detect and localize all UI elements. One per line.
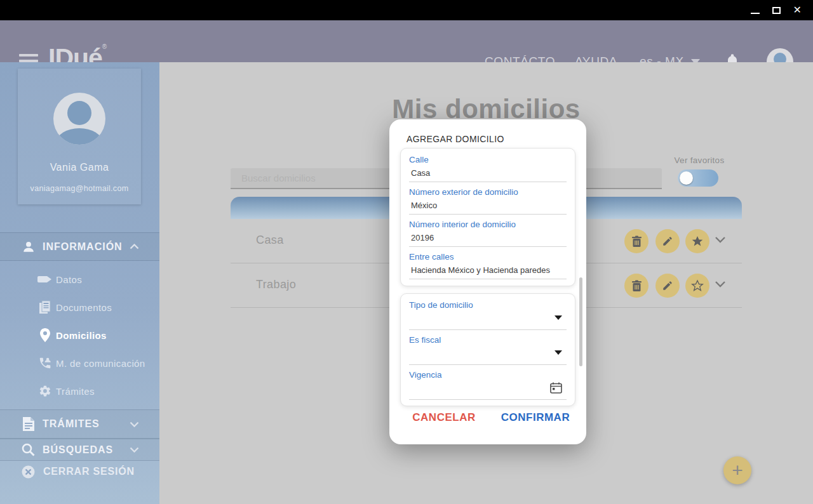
sidebar-item-documentos[interactable]: Documentos <box>0 293 159 321</box>
field-label: Es fiscal <box>409 330 567 345</box>
expand-row-chevron[interactable] <box>715 236 726 243</box>
modal-scrollbar[interactable] <box>579 277 582 366</box>
sidebar: Vania Gama vaniagamag@hotmail.com INFORM… <box>0 62 159 504</box>
profile-card: Vania Gama vaniagamag@hotmail.com <box>18 69 141 204</box>
item-label: Datos <box>56 274 82 285</box>
edit-button[interactable] <box>655 274 680 298</box>
sidebar-item-datos[interactable]: Datos <box>0 265 159 293</box>
field-numero-interior[interactable]: Número interior de domicilio 20196 <box>409 215 567 247</box>
expand-row-chevron[interactable] <box>715 281 726 288</box>
field-calle[interactable]: Calle Casa <box>409 150 567 182</box>
select-es-fiscal[interactable]: Es fiscal <box>409 330 567 365</box>
address-name: Casa <box>256 234 284 247</box>
maximize-icon[interactable] <box>772 7 781 14</box>
avatar-head <box>67 101 91 125</box>
sidebar-item-m-de-comunicacion[interactable]: M. de comunicación <box>0 349 159 377</box>
add-address-modal: AGREGAR DOMICILIO Calle Casa Número exte… <box>389 119 586 444</box>
sidebar-item-tramites[interactable]: Trámites <box>0 377 159 405</box>
os-title-bar: ✕ <box>0 0 813 20</box>
section-label: TRÁMITES <box>43 418 100 430</box>
id-card-icon <box>37 275 53 284</box>
item-label: Domicilios <box>56 330 107 341</box>
location-pin-icon <box>37 328 53 342</box>
modal-title: AGREGAR DOMICILIO <box>406 134 504 144</box>
registered-mark: ® <box>102 43 107 50</box>
cancel-button[interactable]: CANCELAR <box>405 411 483 424</box>
field-value[interactable]: Hacienda México y Hacienda paredes <box>411 265 567 275</box>
profile-name: Vania Gama <box>18 162 141 173</box>
field-entre-calles[interactable]: Entre calles Hacienda México y Hacienda … <box>409 247 567 279</box>
field-value[interactable]: Casa <box>411 168 567 178</box>
logout-icon <box>21 465 36 479</box>
logout-label: CERRAR SESIÓN <box>43 466 135 477</box>
dropdown-arrow-icon[interactable] <box>554 315 562 320</box>
app-window: ✕ IDué® DILIGENCE AUTHENTICATION CONTÁCT… <box>0 0 813 504</box>
modal-text-fields-card: Calle Casa Número exterior de domicilio … <box>400 148 575 286</box>
field-value[interactable]: México <box>411 201 567 210</box>
field-label: Entre calles <box>409 247 567 262</box>
gear-icon <box>37 385 53 397</box>
item-label: M. de comunicación <box>56 358 145 369</box>
field-label: Calle <box>409 150 567 164</box>
field-vigencia[interactable]: Vigencia <box>409 365 567 400</box>
sidebar-section-tramites[interactable]: TRÁMITES <box>0 409 159 439</box>
edit-button[interactable] <box>655 229 680 253</box>
field-value[interactable]: 20196 <box>411 233 567 242</box>
logout-button[interactable]: CERRAR SESIÓN <box>0 461 159 482</box>
toggle-knob <box>680 171 693 185</box>
add-address-fab[interactable]: + <box>723 456 751 484</box>
item-label: Documentos <box>56 302 112 313</box>
field-label: Tipo de domicilio <box>409 295 567 310</box>
profile-avatar <box>53 93 105 145</box>
favorite-star-button[interactable] <box>685 274 709 298</box>
field-label: Número exterior de domicilio <box>409 182 567 197</box>
search-icon <box>21 443 36 456</box>
favorites-toggle-label: Ver favoritos <box>661 156 737 165</box>
informacion-subnav: Datos Documentos Domicilios <box>0 261 159 409</box>
address-name: Trabajo <box>256 278 296 291</box>
field-numero-exterior[interactable]: Número exterior de domicilio México <box>409 182 567 215</box>
phone-icon <box>37 356 53 370</box>
chevron-down-icon <box>130 421 139 427</box>
chevron-down-icon <box>130 447 139 453</box>
section-label: BÚSQUEDAS <box>43 444 113 456</box>
person-icon <box>21 240 36 254</box>
calendar-icon[interactable] <box>550 382 562 394</box>
delete-button[interactable] <box>624 229 648 253</box>
item-label: Trámites <box>56 386 95 397</box>
sidebar-item-domicilios[interactable]: Domicilios <box>0 321 159 349</box>
delete-button[interactable] <box>624 274 648 298</box>
minimize-icon[interactable] <box>751 13 760 14</box>
section-label: INFORMACIÓN <box>43 241 123 253</box>
select-tipo-de-domicilio[interactable]: Tipo de domicilio <box>409 295 567 330</box>
chevron-up-icon <box>130 244 139 249</box>
favorites-toggle[interactable] <box>678 169 718 187</box>
app-header: IDué® DILIGENCE AUTHENTICATION CONTÁCTO … <box>0 20 813 62</box>
document-icon <box>21 417 36 431</box>
favorite-star-button[interactable] <box>685 229 709 253</box>
documents-icon <box>37 300 53 314</box>
avatar-shoulders <box>57 128 102 145</box>
confirm-button[interactable]: CONFIRMAR <box>496 411 575 424</box>
sidebar-nav: INFORMACIÓN Datos Documentos <box>0 232 159 482</box>
field-label: Vigencia <box>409 365 567 380</box>
profile-email: vaniagamag@hotmail.com <box>18 184 141 193</box>
field-label: Número interior de domicilio <box>409 215 567 229</box>
sidebar-section-informacion[interactable]: INFORMACIÓN <box>0 232 159 261</box>
modal-select-fields-card: Tipo de domicilio Es fiscal Vigencia <box>400 293 575 406</box>
dropdown-arrow-icon[interactable] <box>554 350 562 355</box>
close-icon[interactable]: ✕ <box>793 5 802 15</box>
sidebar-section-busquedas[interactable]: BÚSQUEDAS <box>0 439 159 461</box>
